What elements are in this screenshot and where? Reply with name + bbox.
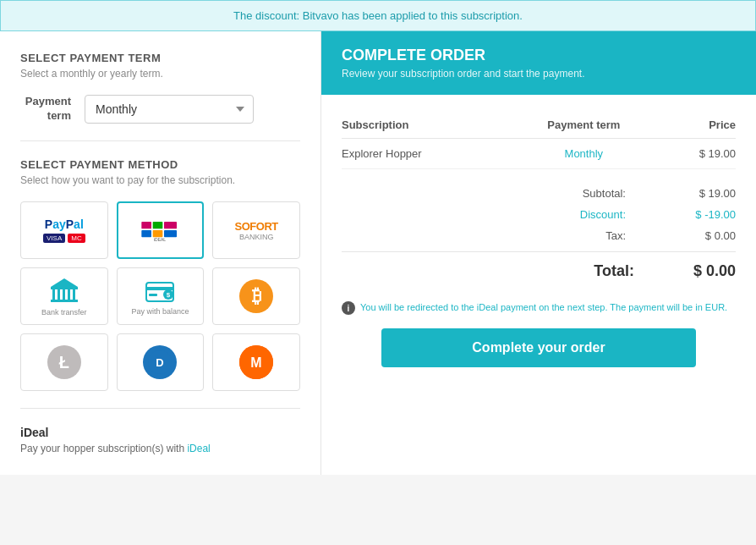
- payment-term-select[interactable]: Monthly Yearly: [85, 95, 254, 124]
- monero-icon: M: [239, 345, 273, 379]
- sofort-banking-text: BANKING: [235, 233, 278, 241]
- selected-method-name: iDeal: [20, 426, 300, 439]
- payment-method-ideal[interactable]: iDEAL: [117, 201, 205, 259]
- payment-method-litecoin[interactable]: Ł: [20, 333, 108, 391]
- payment-term-subtitle: Select a monthly or yearly term.: [20, 68, 300, 80]
- left-panel: SELECT PAYMENT TERM Select a monthly or …: [0, 31, 321, 475]
- svg-rect-14: [51, 300, 78, 302]
- tax-row: Tax: $ 0.00: [342, 225, 736, 246]
- total-label: Total:: [594, 262, 634, 280]
- payment-method-monero[interactable]: M: [212, 333, 300, 391]
- svg-rect-3: [153, 222, 163, 228]
- svg-rect-5: [164, 222, 177, 228]
- complete-order-button[interactable]: Complete your order: [381, 328, 697, 367]
- svg-text:iDEAL: iDEAL: [154, 237, 166, 242]
- tax-label: Tax:: [558, 229, 626, 242]
- payment-term-row: Paymentterm Monthly Yearly: [20, 95, 300, 124]
- discount-label: Discount:: [558, 208, 626, 221]
- order-table: Subscription Payment term Price Explorer…: [342, 112, 736, 169]
- sofort-text: SOFORT: [235, 220, 278, 233]
- payment-method-title: SELECT PAYMENT METHOD: [20, 158, 300, 171]
- bank-transfer-label: Bank transfer: [41, 308, 87, 317]
- discount-row: Discount: $ -19.00: [342, 204, 736, 225]
- payment-term-label: Paymentterm: [20, 95, 71, 124]
- subscription-term: Monthly: [508, 139, 660, 169]
- payment-method-balance[interactable]: $ Pay with balance: [117, 267, 205, 325]
- paypal-cards: VISA MC: [43, 234, 85, 243]
- ideal-icon: iDEAL: [139, 215, 181, 245]
- selected-method-desc: Pay your hopper subscription(s) with iDe…: [20, 443, 300, 454]
- tax-value: $ 0.00: [677, 229, 736, 242]
- svg-rect-18: [149, 294, 157, 296]
- dash-svg: D: [148, 350, 172, 374]
- order-body: Subscription Payment term Price Explorer…: [321, 95, 756, 391]
- litecoin-icon: Ł: [47, 345, 81, 379]
- dash-icon: D: [143, 345, 177, 379]
- payment-method-dash[interactable]: D: [117, 333, 205, 391]
- svg-text:$: $: [167, 291, 171, 299]
- bank-transfer-icon: Bank transfer: [41, 277, 87, 317]
- payment-methods-grid: PayPal VISA MC: [20, 201, 300, 391]
- balance-label: Pay with balance: [131, 307, 189, 316]
- svg-rect-2: [142, 230, 152, 237]
- info-note: i You will be redirected to the iDeal pa…: [342, 300, 736, 315]
- subscription-name: Explorer Hopper: [342, 139, 508, 169]
- total-row: Total: $ 0.00: [342, 251, 736, 290]
- sofort-logo: SOFORT BANKING: [235, 220, 278, 241]
- svg-rect-10: [58, 289, 60, 300]
- svg-marker-15: [51, 278, 78, 287]
- payment-term-title: SELECT PAYMENT TERM: [20, 52, 300, 64]
- payment-method-bitcoin[interactable]: ₿: [212, 267, 300, 325]
- payment-term-section: SELECT PAYMENT TERM Select a monthly or …: [20, 52, 300, 124]
- payment-method-section: SELECT PAYMENT METHOD Select how you wan…: [20, 158, 300, 391]
- selected-method-info: iDeal Pay your hopper subscription(s) wi…: [20, 426, 300, 454]
- subtotal-value: $ 19.00: [677, 187, 736, 200]
- payment-method-paypal[interactable]: PayPal VISA MC: [20, 201, 108, 259]
- table-row: Explorer Hopper Monthly $ 19.00: [342, 139, 736, 169]
- col-payment-term: Payment term: [508, 112, 660, 139]
- selected-method-desc-link[interactable]: iDeal: [187, 443, 210, 454]
- col-subscription: Subscription: [342, 112, 508, 139]
- payment-method-sofort[interactable]: SOFORT BANKING: [212, 201, 300, 259]
- right-panel: COMPLETE ORDER Review your subscription …: [321, 31, 756, 475]
- svg-text:D: D: [156, 356, 164, 369]
- bank-svg: [49, 277, 79, 304]
- svg-rect-8: [51, 287, 78, 289]
- totals-section: Subtotal: $ 19.00 Discount: $ -19.00 Tax…: [342, 183, 736, 290]
- payment-method-bank-transfer[interactable]: Bank transfer: [20, 267, 108, 325]
- subscription-price: $ 19.00: [660, 139, 736, 169]
- discount-value: $ -19.00: [677, 208, 736, 221]
- svg-rect-9: [52, 289, 55, 300]
- divider-2: [20, 408, 300, 409]
- svg-rect-12: [68, 289, 70, 300]
- table-header-row: Subscription Payment term Price: [342, 112, 736, 139]
- paypal-text: PayPal: [45, 217, 84, 231]
- svg-text:M: M: [250, 355, 261, 370]
- payment-method-subtitle: Select how you want to pay for the subsc…: [20, 174, 300, 186]
- svg-rect-6: [164, 230, 177, 237]
- ideal-svg: iDEAL: [139, 215, 181, 245]
- monero-svg: M: [239, 345, 273, 379]
- selected-method-desc-prefix: Pay your hopper subscription(s) with: [20, 443, 184, 454]
- subtotal-label: Subtotal:: [558, 187, 626, 200]
- order-header-subtitle: Review your subscription order and start…: [342, 68, 736, 80]
- discount-banner-text: The discount: Bitvavo has been applied t…: [233, 9, 523, 22]
- info-icon: i: [342, 301, 355, 315]
- total-value: $ 0.00: [668, 262, 736, 280]
- subtotal-row: Subtotal: $ 19.00: [342, 183, 736, 204]
- balance-svg: $: [145, 278, 175, 305]
- order-header-title: COMPLETE ORDER: [342, 47, 736, 64]
- col-price: Price: [660, 112, 736, 139]
- bitcoin-icon: ₿: [239, 279, 273, 313]
- svg-rect-4: [153, 230, 163, 237]
- order-header: COMPLETE ORDER Review your subscription …: [321, 31, 756, 95]
- divider-1: [20, 140, 300, 141]
- discount-banner: The discount: Bitvavo has been applied t…: [0, 0, 756, 31]
- svg-rect-13: [73, 289, 75, 300]
- svg-rect-1: [142, 222, 152, 228]
- paypal-logo: PayPal VISA MC: [43, 217, 85, 243]
- svg-rect-11: [63, 289, 65, 300]
- balance-icon: $ Pay with balance: [131, 278, 189, 316]
- info-note-text: You will be redirected to the iDeal paym…: [360, 300, 727, 315]
